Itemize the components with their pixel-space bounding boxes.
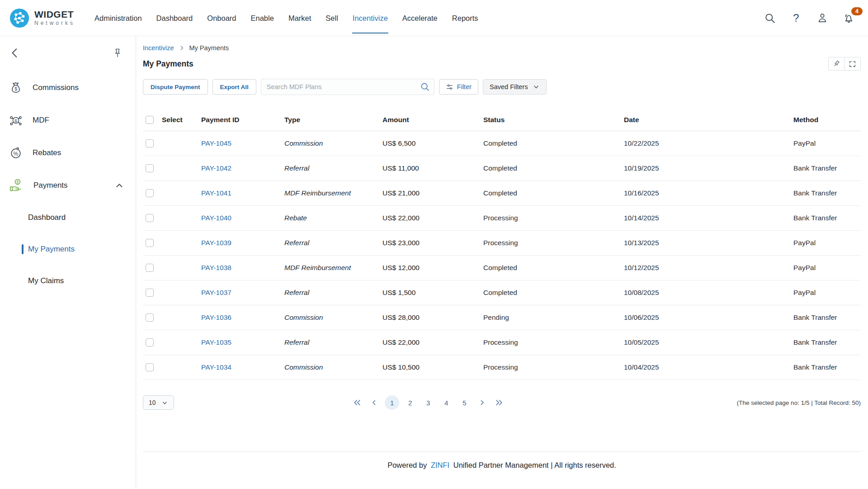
- row-checkbox[interactable]: [146, 264, 154, 272]
- row-checkbox[interactable]: [146, 164, 154, 172]
- page-size-select[interactable]: 10: [143, 395, 174, 410]
- previous-page-button[interactable]: [368, 396, 381, 409]
- top-nav-item[interactable]: Sell: [325, 3, 339, 33]
- page-number-button[interactable]: 1: [385, 395, 399, 410]
- table-row: PAY-1039 Referral US$ 23,000 Processing …: [143, 231, 861, 256]
- brand-subname: Networks: [34, 20, 75, 26]
- svg-text:$: $: [14, 118, 17, 123]
- payment-type: Commission: [284, 363, 323, 371]
- top-nav-item[interactable]: Market: [288, 3, 311, 33]
- sidebar-subitem-label: Dashboard: [28, 213, 66, 222]
- payment-status: Completed: [483, 189, 517, 197]
- fullscreen-button[interactable]: [844, 57, 861, 71]
- row-checkbox[interactable]: [146, 139, 154, 147]
- page-number-button[interactable]: 3: [421, 395, 435, 410]
- first-page-button[interactable]: [350, 396, 364, 409]
- sidebar-subitem-my-payments[interactable]: My Payments: [0, 233, 135, 265]
- filter-button-label: Filter: [457, 83, 472, 90]
- payment-id-link[interactable]: PAY-1035: [201, 338, 231, 346]
- row-checkbox[interactable]: [146, 338, 154, 347]
- payment-id-link[interactable]: PAY-1038: [201, 264, 231, 271]
- export-all-button[interactable]: Export All: [212, 79, 256, 95]
- footer-powered-by: Powered by: [387, 461, 427, 469]
- filter-sliders-icon: [446, 83, 453, 91]
- row-checkbox[interactable]: [146, 289, 154, 297]
- top-nav-item[interactable]: Accelerate: [402, 3, 438, 33]
- sidebar-item-rebates[interactable]: % Rebates: [0, 137, 135, 169]
- payment-id-link[interactable]: PAY-1039: [201, 239, 231, 247]
- top-nav-item[interactable]: Onboard: [207, 3, 236, 33]
- svg-text:$: $: [16, 180, 19, 184]
- footer-zinfi-link[interactable]: ZINFI: [431, 461, 449, 469]
- sidebar-item-mdf[interactable]: $ MDF: [0, 104, 135, 137]
- dispute-payment-button[interactable]: Dispute Payment: [143, 79, 208, 95]
- payment-id-link[interactable]: PAY-1036: [201, 313, 231, 321]
- top-nav-item[interactable]: Administration: [94, 3, 142, 33]
- top-bar: WIDGET Networks Administration Dashboard…: [0, 0, 868, 36]
- table-body: PAY-1045 Commission US$ 6,500 Completed …: [143, 131, 861, 380]
- sidebar-item-commissions[interactable]: $ Commissions: [0, 71, 135, 104]
- sidebar-subitem-dashboard[interactable]: Dashboard: [0, 202, 135, 233]
- pagination-bar: 10: [143, 394, 861, 412]
- search-icon[interactable]: [763, 11, 777, 25]
- payment-method: Bank Transfer: [793, 189, 837, 197]
- sidebar-collapse-back-icon[interactable]: [8, 46, 22, 60]
- sidebar-item-payments[interactable]: $ Payments: [0, 169, 135, 202]
- user-icon[interactable]: [816, 11, 829, 25]
- page-number-button[interactable]: 5: [457, 395, 472, 410]
- page-number-button[interactable]: 2: [403, 395, 417, 410]
- table-row: PAY-1042 Referral US$ 11,000 Completed 1…: [143, 156, 861, 181]
- column-header-payment-id: Payment ID: [198, 116, 282, 124]
- payment-status: Processing: [483, 239, 518, 247]
- payments-collapse-chevron-up-icon[interactable]: [114, 180, 124, 190]
- notification-count-badge: 4: [851, 7, 863, 15]
- pin-page-button[interactable]: [828, 57, 844, 71]
- payment-status: Processing: [483, 214, 518, 222]
- payments-table: Select Payment ID Type Amount Status Dat…: [143, 109, 861, 380]
- top-nav-item[interactable]: Incentivize: [352, 3, 388, 33]
- select-all-checkbox[interactable]: [146, 116, 154, 124]
- payment-amount: US$ 21,000: [382, 189, 420, 197]
- sidebar-item-label: Commissions: [33, 83, 79, 92]
- filter-button[interactable]: Filter: [439, 79, 478, 95]
- payment-date: 10/13/2025: [624, 239, 659, 247]
- payment-id-link[interactable]: PAY-1041: [201, 189, 231, 197]
- row-checkbox[interactable]: [146, 214, 154, 222]
- payment-amount: US$ 10,500: [382, 363, 420, 371]
- next-page-button[interactable]: [475, 396, 489, 409]
- search-input[interactable]: [261, 79, 434, 95]
- main-content: Incentivize My Payments My Payments: [136, 36, 868, 489]
- row-checkbox[interactable]: [146, 189, 154, 197]
- payment-id-link[interactable]: PAY-1037: [201, 289, 231, 296]
- column-header-amount: Amount: [380, 116, 481, 124]
- saved-filters-dropdown[interactable]: Saved Filters: [483, 79, 547, 95]
- sidebar-subitem-my-claims[interactable]: My Claims: [0, 265, 135, 297]
- payment-id-link[interactable]: PAY-1045: [201, 139, 231, 147]
- row-checkbox[interactable]: [146, 239, 154, 247]
- top-nav-item[interactable]: Dashboard: [156, 3, 193, 33]
- payment-id-link[interactable]: PAY-1034: [201, 363, 231, 371]
- sidebar-pin-icon[interactable]: [111, 46, 124, 60]
- notifications-bell-icon[interactable]: 4: [842, 11, 855, 25]
- row-checkbox[interactable]: [146, 363, 154, 371]
- payment-id-link[interactable]: PAY-1040: [201, 214, 231, 222]
- payments-hand-coin-icon: $: [9, 178, 24, 193]
- top-nav-item[interactable]: Reports: [452, 3, 479, 33]
- payment-amount: US$ 22,000: [382, 214, 420, 222]
- last-page-button[interactable]: [492, 396, 506, 409]
- top-nav-item[interactable]: Enable: [250, 3, 274, 33]
- help-icon[interactable]: ?: [789, 11, 803, 25]
- sidebar-navigation: $ Commissions $ MDF: [0, 71, 135, 297]
- sidebar-subitem-label: My Claims: [28, 276, 64, 285]
- search-submit-icon[interactable]: [420, 82, 430, 92]
- row-checkbox[interactable]: [146, 313, 154, 322]
- payment-status: Pending: [483, 313, 509, 321]
- payment-type: Referral: [284, 338, 309, 346]
- sidebar-item-label: MDF: [33, 116, 49, 125]
- column-header-method: Method: [791, 116, 861, 124]
- breadcrumb-incentivize-link[interactable]: Incentivize: [143, 44, 174, 52]
- payment-id-link[interactable]: PAY-1042: [201, 164, 231, 172]
- table-row: PAY-1034 Commission US$ 10,500 Processin…: [143, 355, 861, 380]
- pagination-summary: (The selected page no: 1/5 | Total Recor…: [737, 399, 861, 406]
- page-number-button[interactable]: 4: [439, 395, 453, 410]
